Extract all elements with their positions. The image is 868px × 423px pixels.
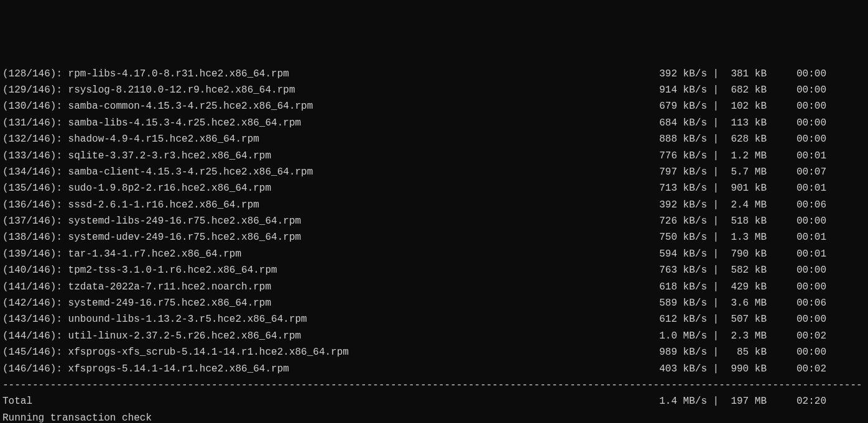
download-row: (140/146): tpm2-tss-3.1.0-1.r6.hce2.x86_… <box>2 262 866 278</box>
download-row: (129/146): rsyslog-8.2110.0-12.r9.hce2.x… <box>2 82 866 98</box>
download-row: (142/146): systemd-249-16.r75.hce2.x86_6… <box>2 295 866 311</box>
separator-line: ----------------------------------------… <box>2 377 866 393</box>
download-row: (136/146): sssd-2.6.1-1.r16.hce2.x86_64.… <box>2 197 866 213</box>
download-row: (137/146): systemd-libs-249-16.r75.hce2.… <box>2 213 866 229</box>
download-row: (133/146): sqlite-3.37.2-3.r3.hce2.x86_6… <box>2 148 866 164</box>
download-row: (131/146): samba-libs-4.15.3-4.r25.hce2.… <box>2 115 866 131</box>
download-row: (132/146): shadow-4.9-4.r15.hce2.x86_64.… <box>2 131 866 147</box>
download-row: (143/146): unbound-libs-1.13.2-3.r5.hce2… <box>2 311 866 327</box>
download-row: (146/146): xfsprogs-5.14.1-14.r1.hce2.x8… <box>2 361 866 377</box>
total-row: Total 1.4 MB/s | 197 MB 02:20 <box>2 393 866 409</box>
download-row: (128/146): rpm-libs-4.17.0-8.r31.hce2.x8… <box>2 66 866 82</box>
download-row: (145/146): xfsprogs-xfs_scrub-5.14.1-14.… <box>2 344 866 360</box>
download-row: (135/146): sudo-1.9.8p2-2.r16.hce2.x86_6… <box>2 180 866 196</box>
download-row: (138/146): systemd-udev-249-16.r75.hce2.… <box>2 229 866 245</box>
download-row: (130/146): samba-common-4.15.3-4.r25.hce… <box>2 98 866 114</box>
download-row: (134/146): samba-client-4.15.3-4.r25.hce… <box>2 164 866 180</box>
download-row: (139/146): tar-1.34-1.r7.hce2.x86_64.rpm… <box>2 246 866 262</box>
terminal-output: (128/146): rpm-libs-4.17.0-8.r31.hce2.x8… <box>0 66 868 423</box>
download-row: (141/146): tzdata-2022a-7.r11.hce2.noarc… <box>2 279 866 295</box>
download-row: (144/146): util-linux-2.37.2-5.r26.hce2.… <box>2 328 866 344</box>
status-line: Running transaction check <box>2 410 866 423</box>
